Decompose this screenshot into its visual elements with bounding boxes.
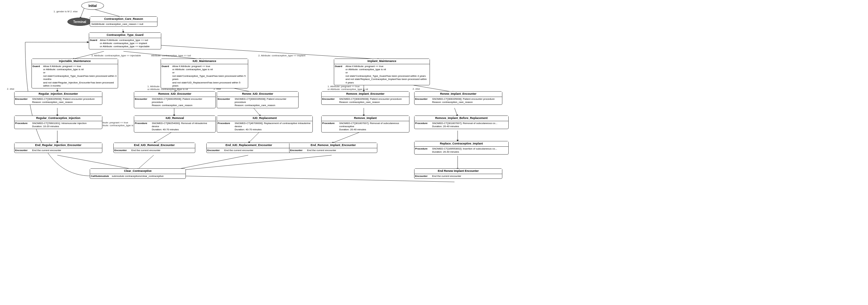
renew-implant-encounter-node: Renew_Implant_Encounter Encounter SNOMED… xyxy=(414,91,502,105)
renew-iud-encounter-node: Renew_IUD_Encounter Encounter SNOMED-CT[… xyxy=(217,91,299,108)
iudrp-body: SNOMED-CT[46706006]: Replacement of cont… xyxy=(234,121,312,132)
rmie-body: SNOMED-CT[308335008]: Patient encounter … xyxy=(338,97,403,105)
injectable-maintenance-node: Injectable_Maintenance Guard Allow if At… xyxy=(31,59,118,89)
end-iud-removal-encounter-node: End_IUD_Removal_Encounter Encounter End … xyxy=(113,143,195,153)
eiudrpe-label-left: Encounter xyxy=(207,148,223,152)
svg-line-24 xyxy=(173,155,248,170)
diagram-container: Initial Terminal Contraception_Care_Reas… xyxy=(0,0,868,305)
ribr-body: SNOMED-CT[301807007]: Removal of subcuta… xyxy=(431,121,499,129)
implant-maintenance-body: Allow if Attribute: pregnant == trueor A… xyxy=(344,64,430,85)
rci2-label-left: Procedure xyxy=(414,147,431,155)
edge-label-injectable: 3. Attribute: contraceptive_type == inje… xyxy=(91,54,141,57)
iudm-label-left: Guard xyxy=(161,64,171,89)
rie-header: Regular_Injection_Encounter xyxy=(14,92,102,97)
cc-body: submodule contraceptives/clear_contracep… xyxy=(111,174,165,178)
edge-label-gender: 1. gender is M 2. else xyxy=(54,10,78,13)
rie-body: SNOMED-CT[308335008]: Patient encounter … xyxy=(31,97,96,105)
rnie-header: Renew_Implant_Encounter xyxy=(414,92,502,97)
contraception-care-reason-node: Contraception_Care_Reason SetAttribute: … xyxy=(90,16,157,27)
end-renew-implant-encounter-node: End Renew Implant Encounter Encounter En… xyxy=(414,168,502,179)
rniude-body: SNOMED-CT[3083335008]: Patient encounter… xyxy=(234,97,298,108)
contraceptive-type-guard-header: Contraceptive_Type_Guard xyxy=(89,33,161,38)
cc-label-left: CallSubmodule xyxy=(90,174,111,178)
clear-contraceptive-node: Clear_Contraceptive CallSubmodule submod… xyxy=(90,168,186,179)
svg-line-18 xyxy=(332,131,364,143)
contraceptive-type-guard-body: Allow if Attribute: contraceptive_type =… xyxy=(99,38,151,49)
eiudrpe-header: End_IUD_Replacement_Encounter xyxy=(207,143,291,148)
svg-line-19 xyxy=(455,108,458,116)
remove-implant-before-replacement-node: Remove_Implant_Before_Replacement Proced… xyxy=(414,115,509,129)
injectable-maintenance-body: Allow if Attribute: pregnant == trueor A… xyxy=(42,64,118,89)
rmie-header: Remove_Implant_Encounter xyxy=(321,92,409,97)
svg-line-25 xyxy=(183,155,332,170)
svg-line-14 xyxy=(253,108,261,116)
contraception-care-reason-body: SetAttribute: contraception_care_reason … xyxy=(90,22,157,27)
iudrp-label-left: Procedure xyxy=(217,121,234,132)
contraceptive-type-guard-node: Contraceptive_Type_Guard Guard Allow if … xyxy=(89,32,161,49)
svg-line-26 xyxy=(183,176,455,182)
cc-header: Clear_Contraceptive xyxy=(90,169,186,174)
rci-label-left: Procedure xyxy=(14,121,31,129)
riude-body: SNOMED-CT[308335008]: Patient encounter … xyxy=(151,97,215,108)
ernie-body: End the current encounter xyxy=(431,174,463,178)
remove-implant-encounter-node: Remove_Implant_Encounter Encounter SNOME… xyxy=(321,91,409,105)
iudr-body: SNOMED-CT[68254000]: Removal of intraute… xyxy=(151,121,215,132)
ermie-body: End the current encounter xyxy=(306,148,338,152)
terminal-label: Terminal xyxy=(73,20,86,24)
rci-body: SNOMED-CT[76601001]: Intramuscular injec… xyxy=(31,121,88,129)
iudr-label-left: Procedure xyxy=(134,121,151,132)
iudrp-header: IUD_Replacement xyxy=(217,116,312,121)
end-remove-implant-encounter-node: End_Remove_Implant_Encounter Encounter E… xyxy=(289,143,377,153)
edge-label-else-implant: 2. else xyxy=(412,88,420,90)
eirude-header: End_IUD_Removal_Encounter xyxy=(114,143,195,148)
terminal-node: Terminal xyxy=(67,18,92,26)
ermie-header: End_Remove_Implant_Encounter xyxy=(289,143,377,148)
erie-label-left: Encounter xyxy=(14,148,31,152)
rci-header: Regular_Contraceptive_Injection xyxy=(14,116,102,121)
iud-maintenance-header: IUD_Maintenance xyxy=(161,59,248,64)
im-label-left: Guard xyxy=(32,64,42,89)
implant-maintenance-header: Implant_Maintenance xyxy=(334,59,430,64)
edge-label-iud: Attribute: contraceptive_type == iud xyxy=(151,54,191,57)
iud-maintenance-node: IUD_Maintenance Guard Allow if Attribute… xyxy=(161,59,248,89)
rci2-header: Replace_Contraceptive_Implant xyxy=(414,141,508,147)
ctg-label-left: Guard xyxy=(89,38,99,49)
iud-maintenance-body: Allow if Attribute: pregnant == trueor A… xyxy=(171,64,248,89)
rmi-body: SNOMED-CT[301807007]: Removal of subcuta… xyxy=(338,121,409,132)
edge-label-pregnant-implant: 1. Attribute: pregnant == trueor Attribu… xyxy=(328,85,368,91)
eirude-body: End the current encounter xyxy=(130,148,162,152)
ribr-header: Remove_Implant_Before_Replacement xyxy=(414,116,508,121)
iud-removal-node: IUD_Removal Procedure SNOMED-CT[68254000… xyxy=(134,115,216,133)
contraception-care-reason-header: Contraception_Care_Reason xyxy=(90,17,157,22)
eiudrpe-body: End the current encounter xyxy=(223,148,255,152)
riude-label-left: Encounter xyxy=(134,97,151,108)
erie-body: End the current encounter xyxy=(31,148,63,152)
regular-injection-encounter-node: Regular_Injection_Encounter Encounter SN… xyxy=(14,91,102,105)
regular-contraceptive-injection-node: Regular_Contraceptive_Injection Procedur… xyxy=(14,115,102,129)
replace-contraceptive-implant-node: Replace_Contraceptive_Implant Procedure … xyxy=(414,141,509,155)
rmi-label-left: Procedure xyxy=(321,121,338,132)
rmi-header: Remove_Implant xyxy=(321,116,409,121)
end-iud-replacement-encounter-node: End_IUD_Replacement_Encounter Encounter … xyxy=(206,143,291,153)
rniude-label-left: Encounter xyxy=(217,97,234,108)
ribr-label-left: Procedure xyxy=(414,121,431,129)
remove-iud-encounter-node: Remove_IUD_Encounter Encounter SNOMED-CT… xyxy=(134,91,216,108)
svg-line-23 xyxy=(137,155,154,170)
iud-replacement-node: IUD_Replacement Procedure SNOMED-CT[4670… xyxy=(217,115,313,133)
rniude-header: Renew_IUD_Encounter xyxy=(217,92,298,97)
svg-line-16 xyxy=(248,131,261,143)
iudr-header: IUD_Removal xyxy=(134,116,215,121)
svg-line-15 xyxy=(154,131,174,143)
svg-line-22 xyxy=(57,155,137,170)
remove-implant-node: Remove_Implant Procedure SNOMED-CT[30180… xyxy=(321,115,409,133)
rmie-label-left: Encounter xyxy=(321,97,338,105)
rci2-body: SNOMED-CT[169553002]: Insertion of subcu… xyxy=(431,147,498,155)
riude-header: Remove_IUD_Encounter xyxy=(134,92,215,97)
erie-header: End_Regular_Injection_Encounter xyxy=(14,143,102,148)
ernie-label-left: Encounter xyxy=(414,174,431,178)
initial-label: Initial xyxy=(89,4,97,7)
injectable-maintenance-header: Injectable_Maintenance xyxy=(32,59,118,64)
edge-label-else-inject: 2. else xyxy=(7,88,14,90)
rnie-body: SNOMED-CT[308335008]: Patient encounter … xyxy=(431,97,496,105)
rie-label-left: Encounter xyxy=(14,97,31,105)
